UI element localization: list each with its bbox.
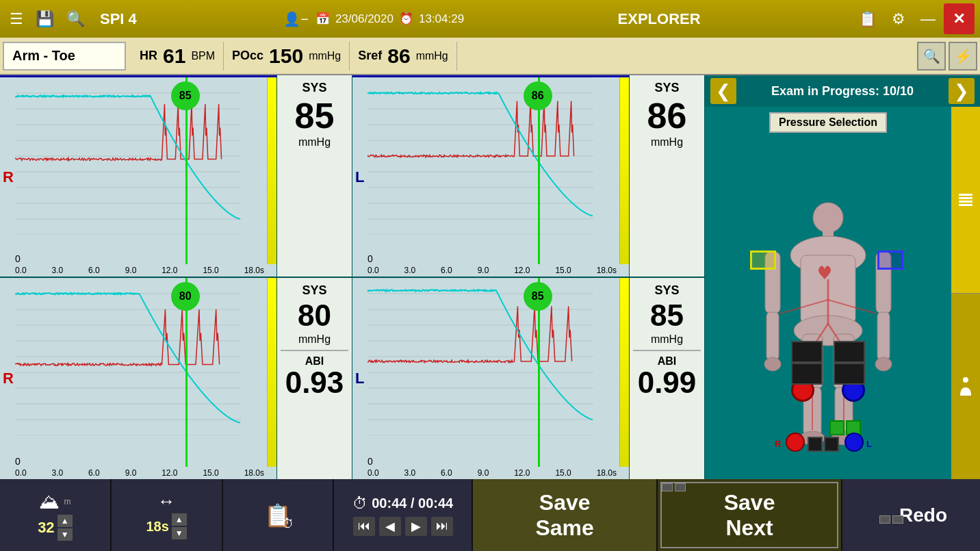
- svg-rect-24: [959, 194, 972, 196]
- device-title: SPI 4: [100, 10, 137, 28]
- chart-y-min-br: 0: [15, 456, 21, 467]
- sys-panel-top-left: SYS 86 mmHg: [630, 75, 705, 277]
- save-next-label: Save Next: [724, 490, 775, 541]
- save-next-icon: [662, 483, 686, 491]
- svg-rect-25: [959, 197, 972, 199]
- sys-divider: [281, 350, 348, 351]
- hr-value: 61: [163, 44, 185, 68]
- prev-button[interactable]: ◀: [379, 517, 401, 536]
- search-icon[interactable]: 🔍: [62, 9, 89, 29]
- vitals-bar: Arm - Toe HR 61 BPM POcc 150 mmHg Sref 8…: [0, 38, 980, 75]
- sys-value-bottom-right: 80: [298, 300, 331, 331]
- sidebar-tab-list[interactable]: [951, 107, 980, 294]
- svg-point-0: [813, 203, 843, 233]
- menu-icon[interactable]: ☰: [5, 9, 27, 29]
- rewind-button[interactable]: ⏮: [353, 517, 375, 536]
- chart-bottom-left: 100 0 L 85 0.03.06.09.012.015.018.0s: [352, 278, 630, 479]
- report-icon: 📋 ⏱: [264, 502, 292, 528]
- prev-nav-arrow[interactable]: ❮: [710, 78, 736, 104]
- chart-x-labels-br: 0.03.06.09.012.015.018.0s: [15, 468, 264, 478]
- bottom-toolbar: ⛰ m 32 ▲ ▼ ↔ 18s ▲ ▼ 📋 ⏱: [0, 479, 980, 551]
- timer-display: ⏱ 00:44 / 00:44 ⏮ ◀ ▶ ⏭: [334, 479, 473, 551]
- next-nav-arrow[interactable]: ❯: [949, 78, 975, 104]
- l-label: L: [355, 168, 364, 186]
- pressure-selection-label: Pressure Selection: [769, 112, 887, 133]
- amplitude-value: 32: [38, 519, 54, 537]
- sys-label: SYS: [302, 81, 326, 95]
- pressure-node-left-toe[interactable]: [844, 433, 864, 452]
- chart-bubble-top-left: 86: [524, 81, 552, 110]
- time-display: 13:04:29: [419, 12, 464, 26]
- sref-value: 86: [387, 44, 410, 68]
- edit-icon[interactable]: 📋: [854, 9, 881, 29]
- pressure-node-right-arm[interactable]: [750, 251, 776, 270]
- amplitude-down[interactable]: ▼: [57, 528, 73, 541]
- sys-panel-top-right: SYS 85 mmHg: [277, 75, 352, 277]
- body-diagram: R L: [725, 136, 931, 457]
- sidebar-tab-person[interactable]: [951, 294, 980, 480]
- save-next-button[interactable]: Save Next: [658, 479, 842, 551]
- sys-value-bottom-left: 85: [650, 300, 684, 331]
- pressure-node-right-thigh-upper[interactable]: [791, 341, 823, 363]
- sys-label-l: SYS: [654, 81, 679, 95]
- report-button[interactable]: 📋 ⏱: [223, 479, 335, 551]
- pocc-label: POcc: [232, 49, 263, 63]
- svg-point-16: [875, 357, 892, 371]
- r-label: R: [3, 168, 14, 186]
- pressure-node-green-left1[interactable]: [829, 420, 844, 435]
- chart-row-bottom: 100 0 R 80 0.03.06.09.012.015.018.0s SYS…: [0, 278, 705, 479]
- svg-rect-13: [766, 312, 779, 360]
- width-down[interactable]: ▼: [172, 527, 187, 539]
- abi-value-bottom-left: 0.99: [638, 368, 697, 398]
- pocc-item: POcc 150 mmHg: [224, 42, 350, 71]
- zoom-button[interactable]: 🔍: [917, 42, 946, 71]
- hr-unit: BPM: [191, 50, 215, 62]
- app-title: EXPLORER: [618, 10, 701, 28]
- l-label-bottom: L: [355, 370, 364, 387]
- redo-button[interactable]: Redo: [842, 479, 980, 551]
- chart-top-right: 100 0 R 85 0.03.06.09.012.015.018.0s: [0, 75, 277, 277]
- chart-canvas-top-left: [368, 77, 593, 235]
- calendar-icon: 📅: [315, 12, 330, 26]
- pressure-node-left-thigh-lower[interactable]: [834, 363, 865, 385]
- sys-label-bl: SYS: [654, 283, 679, 298]
- svg-point-28: [963, 377, 968, 383]
- save-icon[interactable]: 💾: [31, 9, 58, 29]
- chart-top-left: 100 0 L 86 0.03.06.09.012.015.018.0s: [352, 75, 630, 277]
- minimize-icon[interactable]: —: [916, 9, 940, 29]
- vitals-icons: 🔍 ⚡: [917, 42, 977, 71]
- right-panel-header: ❮ Exam in Progress: 10/10 ❯: [705, 75, 980, 107]
- amplitude-up[interactable]: ▲: [57, 515, 73, 527]
- pressure-node-r-mid1[interactable]: [808, 437, 823, 452]
- amplitude-button[interactable]: ⛰ m 32 ▲ ▼: [0, 479, 112, 551]
- play-button[interactable]: ▶: [405, 517, 427, 536]
- close-button[interactable]: ✕: [944, 3, 975, 34]
- sys-unit-br: mmHg: [298, 333, 331, 346]
- abi-value-bottom-right: 0.93: [285, 368, 344, 398]
- r-label-bottom: R: [3, 370, 14, 387]
- width-icon: ↔: [157, 491, 175, 512]
- header: ☰ 💾 🔍 SPI 4 👤− 📅 23/06/2020 ⏰ 13:04:29 E…: [0, 0, 980, 38]
- chart-canvas-bottom-left: [368, 278, 593, 435]
- width-button[interactable]: ↔ 18s ▲ ▼: [112, 479, 223, 551]
- yellow-bar-l: [619, 77, 629, 264]
- pressure-node-right-toe[interactable]: [786, 433, 805, 452]
- pressure-node-right-thigh-lower[interactable]: [791, 363, 823, 385]
- date-display: 23/06/2020: [335, 12, 394, 26]
- fwd-button[interactable]: ⏭: [431, 517, 453, 536]
- width-up[interactable]: ▲: [172, 513, 187, 526]
- yellow-bar-br: [267, 278, 276, 467]
- pressure-node-left-arm[interactable]: [877, 251, 903, 270]
- width-arrows: ▲ ▼: [172, 513, 187, 539]
- body-view-button[interactable]: ⚡: [949, 42, 977, 71]
- right-panel: ❮ Exam in Progress: 10/10 ❯ Pressure Sel…: [705, 75, 980, 479]
- sref-unit: mmHg: [416, 50, 448, 62]
- pressure-node-left-thigh-upper[interactable]: [834, 341, 865, 363]
- charts-panel: 100 0 R 85 0.03.06.09.012.015.018.0s SYS…: [0, 75, 705, 479]
- pressure-node-r-mid2[interactable]: [824, 437, 839, 452]
- save-same-button[interactable]: Save Same: [473, 479, 658, 551]
- settings-icon[interactable]: ⚙: [888, 9, 910, 29]
- save-same-label: Save Same: [535, 490, 593, 541]
- location-label: Arm - Toe: [3, 42, 126, 71]
- exam-progress: Exam in Progress: 10/10: [736, 84, 949, 99]
